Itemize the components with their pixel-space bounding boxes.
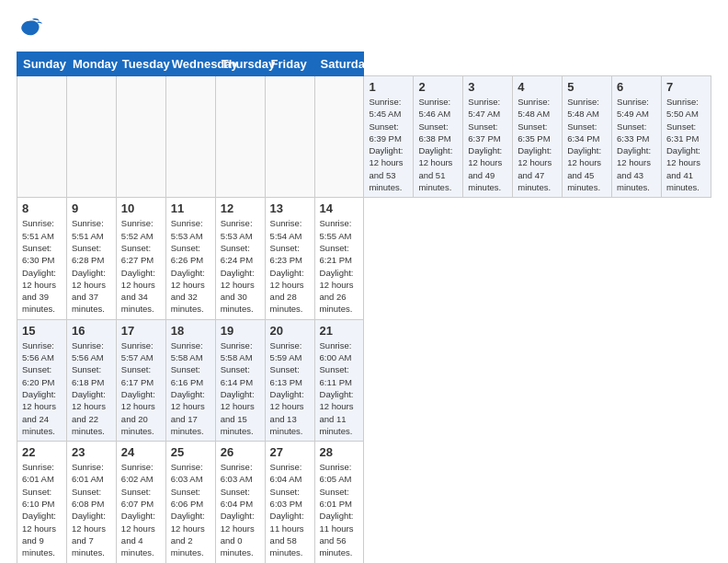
calendar-cell <box>215 76 265 198</box>
day-info: Sunrise: 5:58 AMSunset: 6:16 PMDaylight:… <box>171 339 210 437</box>
calendar-cell: 1Sunrise: 5:45 AMSunset: 6:39 PMDaylight… <box>364 76 414 198</box>
calendar-header-row: SundayMondayTuesdayWednesdayThursdayFrid… <box>17 52 711 76</box>
day-info: Sunrise: 5:54 AMSunset: 6:23 PMDaylight:… <box>270 217 310 315</box>
day-info: Sunrise: 5:56 AMSunset: 6:20 PMDaylight:… <box>22 339 62 437</box>
day-info: Sunrise: 6:01 AMSunset: 6:08 PMDaylight:… <box>72 461 111 558</box>
calendar-cell: 3Sunrise: 5:47 AMSunset: 6:37 PMDaylight… <box>463 76 513 198</box>
day-number: 17 <box>121 324 161 338</box>
calendar-cell: 21Sunrise: 6:00 AMSunset: 6:11 PMDayligh… <box>314 319 364 441</box>
day-number: 9 <box>72 201 111 215</box>
calendar-cell: 9Sunrise: 5:51 AMSunset: 6:28 PMDaylight… <box>66 198 116 319</box>
day-number: 7 <box>666 80 706 94</box>
calendar-cell <box>116 76 165 198</box>
day-number: 26 <box>221 445 260 459</box>
calendar-header-sunday: Sunday <box>17 52 67 76</box>
calendar-cell: 17Sunrise: 5:57 AMSunset: 6:17 PMDayligh… <box>116 319 165 441</box>
day-number: 14 <box>320 201 359 215</box>
day-number: 11 <box>171 201 210 215</box>
calendar-cell <box>17 76 67 198</box>
calendar-cell: 6Sunrise: 5:49 AMSunset: 6:33 PMDaylight… <box>612 76 662 198</box>
day-info: Sunrise: 5:51 AMSunset: 6:30 PMDaylight:… <box>22 217 62 315</box>
calendar-table: SundayMondayTuesdayWednesdayThursdayFrid… <box>17 52 711 563</box>
day-info: Sunrise: 6:02 AMSunset: 6:07 PMDaylight:… <box>121 461 161 558</box>
day-number: 1 <box>369 80 408 94</box>
day-number: 13 <box>270 201 310 215</box>
day-number: 4 <box>518 80 557 94</box>
day-info: Sunrise: 5:48 AMSunset: 6:34 PMDaylight:… <box>567 96 607 193</box>
day-number: 12 <box>221 201 260 215</box>
day-info: Sunrise: 5:55 AMSunset: 6:21 PMDaylight:… <box>320 217 359 315</box>
day-info: Sunrise: 5:56 AMSunset: 6:18 PMDaylight:… <box>72 339 111 437</box>
logo-icon <box>17 17 42 42</box>
day-info: Sunrise: 5:51 AMSunset: 6:28 PMDaylight:… <box>72 217 111 315</box>
calendar-cell <box>265 76 314 198</box>
calendar-cell: 12Sunrise: 5:53 AMSunset: 6:24 PMDayligh… <box>215 198 265 319</box>
header <box>17 17 711 42</box>
day-number: 18 <box>171 324 210 338</box>
calendar-header-wednesday: Wednesday <box>165 52 215 76</box>
day-number: 27 <box>270 445 310 459</box>
day-number: 6 <box>617 80 656 94</box>
page: SundayMondayTuesdayWednesdayThursdayFrid… <box>0 0 728 563</box>
day-number: 28 <box>320 445 359 459</box>
calendar-cell: 2Sunrise: 5:46 AMSunset: 6:38 PMDaylight… <box>414 76 463 198</box>
day-number: 19 <box>221 324 260 338</box>
day-info: Sunrise: 6:04 AMSunset: 6:03 PMDaylight:… <box>270 461 310 558</box>
calendar-cell: 13Sunrise: 5:54 AMSunset: 6:23 PMDayligh… <box>265 198 314 319</box>
calendar-cell: 22Sunrise: 6:01 AMSunset: 6:10 PMDayligh… <box>17 442 67 563</box>
day-info: Sunrise: 5:50 AMSunset: 6:31 PMDaylight:… <box>666 96 706 193</box>
calendar-cell: 24Sunrise: 6:02 AMSunset: 6:07 PMDayligh… <box>116 442 165 563</box>
calendar-cell: 10Sunrise: 5:52 AMSunset: 6:27 PMDayligh… <box>116 198 165 319</box>
day-info: Sunrise: 5:49 AMSunset: 6:33 PMDaylight:… <box>617 96 656 193</box>
day-info: Sunrise: 5:48 AMSunset: 6:35 PMDaylight:… <box>518 96 557 193</box>
calendar-header-saturday: Saturday <box>314 52 364 76</box>
calendar-header-friday: Friday <box>265 52 314 76</box>
day-number: 24 <box>121 445 161 459</box>
calendar-cell <box>66 76 116 198</box>
calendar-week-row: 22Sunrise: 6:01 AMSunset: 6:10 PMDayligh… <box>17 442 711 563</box>
day-number: 25 <box>171 445 210 459</box>
calendar-header-monday: Monday <box>66 52 116 76</box>
calendar-cell: 23Sunrise: 6:01 AMSunset: 6:08 PMDayligh… <box>66 442 116 563</box>
day-number: 22 <box>22 445 62 459</box>
day-info: Sunrise: 6:00 AMSunset: 6:11 PMDaylight:… <box>320 339 359 437</box>
calendar-cell <box>165 76 215 198</box>
calendar-cell: 7Sunrise: 5:50 AMSunset: 6:31 PMDaylight… <box>661 76 711 198</box>
calendar-cell: 25Sunrise: 6:03 AMSunset: 6:06 PMDayligh… <box>165 442 215 563</box>
day-number: 10 <box>121 201 161 215</box>
day-number: 5 <box>567 80 607 94</box>
calendar-cell: 4Sunrise: 5:48 AMSunset: 6:35 PMDaylight… <box>513 76 563 198</box>
calendar-cell: 14Sunrise: 5:55 AMSunset: 6:21 PMDayligh… <box>314 198 364 319</box>
day-number: 3 <box>468 80 507 94</box>
day-info: Sunrise: 6:05 AMSunset: 6:01 PMDaylight:… <box>320 461 359 558</box>
day-info: Sunrise: 5:45 AMSunset: 6:39 PMDaylight:… <box>369 96 408 193</box>
day-info: Sunrise: 5:47 AMSunset: 6:37 PMDaylight:… <box>468 96 507 193</box>
day-number: 23 <box>72 445 111 459</box>
calendar-cell: 27Sunrise: 6:04 AMSunset: 6:03 PMDayligh… <box>265 442 314 563</box>
day-info: Sunrise: 5:53 AMSunset: 6:26 PMDaylight:… <box>171 217 210 315</box>
day-info: Sunrise: 5:53 AMSunset: 6:24 PMDaylight:… <box>221 217 260 315</box>
day-info: Sunrise: 5:57 AMSunset: 6:17 PMDaylight:… <box>121 339 161 437</box>
logo <box>17 17 46 42</box>
calendar-cell: 19Sunrise: 5:58 AMSunset: 6:14 PMDayligh… <box>215 319 265 441</box>
calendar-cell <box>314 76 364 198</box>
day-number: 2 <box>418 80 458 94</box>
day-info: Sunrise: 6:03 AMSunset: 6:04 PMDaylight:… <box>221 461 260 558</box>
calendar-week-row: 15Sunrise: 5:56 AMSunset: 6:20 PMDayligh… <box>17 319 711 441</box>
day-number: 8 <box>22 201 62 215</box>
calendar-cell: 18Sunrise: 5:58 AMSunset: 6:16 PMDayligh… <box>165 319 215 441</box>
calendar-cell: 28Sunrise: 6:05 AMSunset: 6:01 PMDayligh… <box>314 442 364 563</box>
day-info: Sunrise: 6:01 AMSunset: 6:10 PMDaylight:… <box>22 461 62 558</box>
day-number: 15 <box>22 324 62 338</box>
day-info: Sunrise: 5:52 AMSunset: 6:27 PMDaylight:… <box>121 217 161 315</box>
calendar-cell: 11Sunrise: 5:53 AMSunset: 6:26 PMDayligh… <box>165 198 215 319</box>
calendar-header-tuesday: Tuesday <box>116 52 165 76</box>
day-number: 16 <box>72 324 111 338</box>
day-number: 20 <box>270 324 310 338</box>
day-number: 21 <box>320 324 359 338</box>
calendar-cell: 16Sunrise: 5:56 AMSunset: 6:18 PMDayligh… <box>66 319 116 441</box>
day-info: Sunrise: 5:58 AMSunset: 6:14 PMDaylight:… <box>221 339 260 437</box>
calendar-cell: 20Sunrise: 5:59 AMSunset: 6:13 PMDayligh… <box>265 319 314 441</box>
calendar-cell: 8Sunrise: 5:51 AMSunset: 6:30 PMDaylight… <box>17 198 67 319</box>
calendar-cell: 5Sunrise: 5:48 AMSunset: 6:34 PMDaylight… <box>563 76 612 198</box>
